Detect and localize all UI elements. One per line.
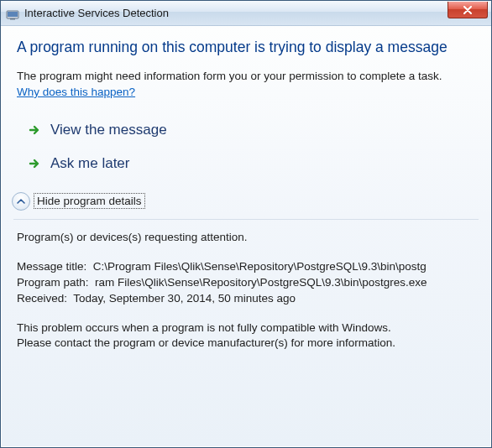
expander-label[interactable]: Hide program details [34,193,145,209]
dialog-content: A program running on this computer is tr… [1,26,491,447]
ask-later-action[interactable]: Ask me later [27,147,475,180]
dialog-window: Interactive Services Detection A program… [0,0,492,448]
message-title-row: Message title: C:\Program Files\Qlik\Sen… [17,259,475,275]
details-section: Program(s) or devices(s) requesting atte… [2,220,490,363]
close-button[interactable] [448,2,488,18]
ask-later-label: Ask me later [50,155,129,172]
close-icon [463,6,473,14]
program-path-label: Program path: [17,276,89,289]
message-title-value: C:\Program Files\Qlik\Sense\Repository\P… [93,260,427,273]
arrow-right-icon [27,156,42,171]
titlebar: Interactive Services Detection [1,1,491,26]
why-link[interactable]: Why does this happen? [17,86,135,98]
app-icon [6,7,19,20]
received-label: Received: [17,292,67,305]
footer-line-2: Please contact the program or device man… [17,336,475,352]
arrow-right-icon [27,122,42,138]
window-title: Interactive Services Detection [24,7,169,19]
description-text: The program might need information form … [17,69,475,84]
action-list: View the message Ask me later [2,105,490,189]
program-path-value: ram Files\Qlik\Sense\Repository\PostgreS… [95,276,427,289]
view-message-label: View the message [50,122,167,138]
expander-button[interactable] [12,192,30,211]
upper-section: A program running on this computer is tr… [2,26,490,105]
footer-line-1: This problem occurs when a program is no… [17,320,475,336]
expander-row: Hide program details [2,189,490,216]
message-title-label: Message title: [17,260,86,273]
details-intro: Program(s) or devices(s) requesting atte… [17,230,475,246]
main-heading: A program running on this computer is tr… [17,38,475,57]
view-message-action[interactable]: View the message [27,113,475,147]
chevron-up-icon [16,196,26,206]
received-row: Received: Today, September 30, 2014, 50 … [17,291,475,307]
received-value: Today, September 30, 2014, 50 minutes ag… [73,292,296,305]
svg-rect-1 [8,12,18,17]
svg-rect-2 [10,18,15,20]
program-path-row: Program path: ram Files\Qlik\Sense\Repos… [17,275,475,291]
